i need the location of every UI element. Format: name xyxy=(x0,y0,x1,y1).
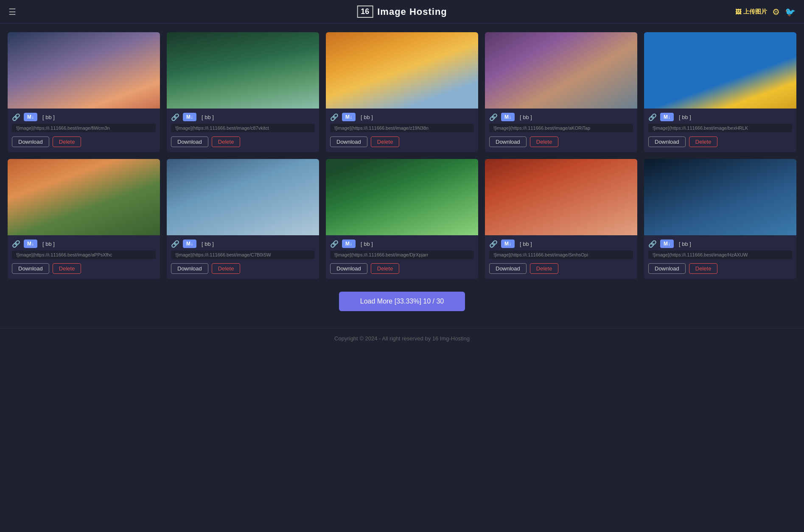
upload-button[interactable]: 🖼 上传图片 xyxy=(735,8,767,16)
download-button[interactable]: Download xyxy=(330,263,367,274)
delete-button[interactable]: Delete xyxy=(212,263,241,274)
markdown-button[interactable]: M↓ xyxy=(183,113,196,121)
bbcode-button[interactable]: [ bb ] xyxy=(200,113,216,121)
delete-button[interactable]: Delete xyxy=(530,263,559,274)
delete-button[interactable]: Delete xyxy=(371,263,400,274)
delete-button[interactable]: Delete xyxy=(53,263,81,274)
bbcode-button[interactable]: [ bb ] xyxy=(518,113,534,121)
link-icon[interactable]: 🔗 xyxy=(489,113,498,121)
image-card: 🔗 M↓ [ bb ] ![image](https://i.111666.be… xyxy=(8,159,160,279)
card-actions: Download Delete xyxy=(8,262,160,279)
link-icon[interactable]: 🔗 xyxy=(648,113,657,121)
header-center: 16 Image Hosting xyxy=(357,6,447,18)
delete-button[interactable]: Delete xyxy=(530,136,559,147)
image-card: 🔗 M↓ [ bb ] ![image](https://i.111666.be… xyxy=(167,32,319,152)
delete-button[interactable]: Delete xyxy=(371,136,400,147)
footer-text: Copyright © 2024 - All right reserved by… xyxy=(334,335,470,342)
card-actions: Download Delete xyxy=(485,135,637,152)
card-actions: Download Delete xyxy=(167,135,319,152)
image-url: ![image](https://i.111666.best/image/fiW… xyxy=(12,124,156,132)
delete-button[interactable]: Delete xyxy=(689,263,718,274)
image-card: 🔗 M↓ [ bb ] ![image](https://i.111666.be… xyxy=(8,32,160,152)
download-button[interactable]: Download xyxy=(330,136,367,147)
image-card: 🔗 M↓ [ bb ] ![image](https://i.111666.be… xyxy=(644,159,796,279)
image-thumbnail xyxy=(644,159,796,235)
bbcode-button[interactable]: [ bb ] xyxy=(359,113,375,121)
image-thumbnail xyxy=(485,32,637,109)
upload-icon: 🖼 xyxy=(735,8,741,15)
image-url: ![image](https://i.111666.best/image/z19… xyxy=(330,124,474,132)
download-button[interactable]: Download xyxy=(648,136,686,147)
markdown-button[interactable]: M↓ xyxy=(501,240,515,248)
image-card: 🔗 M↓ [ bb ] ![image](https://i.111666.be… xyxy=(485,159,637,279)
bbcode-button[interactable]: [ bb ] xyxy=(677,113,693,121)
load-more-section: Load More [33.33%] 10 / 30 xyxy=(8,279,796,320)
image-grid: 🔗 M↓ [ bb ] ![image](https://i.111666.be… xyxy=(8,32,796,279)
download-button[interactable]: Download xyxy=(489,136,527,147)
download-button[interactable]: Download xyxy=(648,263,686,274)
card-actions: Download Delete xyxy=(485,262,637,279)
card-actions: Download Delete xyxy=(644,262,796,279)
card-controls: 🔗 M↓ [ bb ] xyxy=(485,109,637,124)
delete-button[interactable]: Delete xyxy=(212,136,241,147)
image-url: ![image](https://i.111666.best/image/Smh… xyxy=(489,251,633,259)
card-controls: 🔗 M↓ [ bb ] xyxy=(485,235,637,251)
markdown-button[interactable]: M↓ xyxy=(501,113,515,121)
bbcode-button[interactable]: [ bb ] xyxy=(200,240,216,248)
link-icon[interactable]: 🔗 xyxy=(648,240,657,248)
link-icon[interactable]: 🔗 xyxy=(12,113,20,121)
image-card: 🔗 M↓ [ bb ] ![image](https://i.111666.be… xyxy=(326,32,478,152)
card-actions: Download Delete xyxy=(8,135,160,152)
card-actions: Download Delete xyxy=(644,135,796,152)
image-thumbnail xyxy=(326,159,478,235)
link-icon[interactable]: 🔗 xyxy=(171,240,179,248)
card-controls: 🔗 M↓ [ bb ] xyxy=(8,109,160,124)
upload-label: 上传图片 xyxy=(743,8,767,16)
download-button[interactable]: Download xyxy=(12,263,49,274)
markdown-button[interactable]: M↓ xyxy=(342,113,356,121)
markdown-button[interactable]: M↓ xyxy=(342,240,356,248)
download-button[interactable]: Download xyxy=(12,136,49,147)
card-controls: 🔗 M↓ [ bb ] xyxy=(644,109,796,124)
markdown-button[interactable]: M↓ xyxy=(24,113,37,121)
markdown-button[interactable]: M↓ xyxy=(183,240,196,248)
image-url: ![image](https://i.111666.best/image/aKO… xyxy=(489,124,633,132)
bbcode-button[interactable]: [ bb ] xyxy=(518,240,534,248)
header: ☰ 16 Image Hosting 🖼 上传图片 ⚙ 🐦 xyxy=(0,0,804,24)
image-url: ![image](https://i.111666.best/image/HzA… xyxy=(648,251,792,259)
link-icon[interactable]: 🔗 xyxy=(489,240,498,248)
footer: Copyright © 2024 - All right reserved by… xyxy=(0,328,804,348)
markdown-button[interactable]: M↓ xyxy=(24,240,37,248)
bbcode-button[interactable]: [ bb ] xyxy=(677,240,693,248)
download-button[interactable]: Download xyxy=(171,136,208,147)
download-button[interactable]: Download xyxy=(171,263,208,274)
image-card: 🔗 M↓ [ bb ] ![image](https://i.111666.be… xyxy=(485,32,637,152)
card-controls: 🔗 M↓ [ bb ] xyxy=(167,235,319,251)
card-controls: 🔗 M↓ [ bb ] xyxy=(644,235,796,251)
site-title: Image Hosting xyxy=(377,6,447,17)
image-url: ![image](https://i.111666.best/image/bex… xyxy=(648,124,792,132)
markdown-button[interactable]: M↓ xyxy=(660,240,674,248)
card-controls: 🔗 M↓ [ bb ] xyxy=(326,235,478,251)
settings-icon[interactable]: ⚙ xyxy=(772,7,780,17)
bbcode-button[interactable]: [ bb ] xyxy=(41,240,56,248)
load-more-button[interactable]: Load More [33.33%] 10 / 30 xyxy=(339,292,465,311)
link-icon[interactable]: 🔗 xyxy=(12,240,20,248)
bbcode-button[interactable]: [ bb ] xyxy=(359,240,375,248)
user-icon[interactable]: 🐦 xyxy=(785,7,796,17)
image-url: ![image](https://i.111666.best/image/c87… xyxy=(171,124,315,132)
menu-icon[interactable]: ☰ xyxy=(8,7,16,17)
delete-button[interactable]: Delete xyxy=(53,136,81,147)
card-actions: Download Delete xyxy=(326,262,478,279)
link-icon[interactable]: 🔗 xyxy=(171,113,179,121)
link-icon[interactable]: 🔗 xyxy=(330,113,339,121)
markdown-button[interactable]: M↓ xyxy=(660,113,674,121)
image-url: ![image](https://i.111666.best/image/aPP… xyxy=(12,251,156,259)
bbcode-button[interactable]: [ bb ] xyxy=(41,113,56,121)
logo-box: 16 xyxy=(357,6,373,18)
download-button[interactable]: Download xyxy=(489,263,527,274)
header-right: 🖼 上传图片 ⚙ 🐦 xyxy=(735,7,796,17)
link-icon[interactable]: 🔗 xyxy=(330,240,339,248)
image-thumbnail xyxy=(485,159,637,235)
delete-button[interactable]: Delete xyxy=(689,136,718,147)
